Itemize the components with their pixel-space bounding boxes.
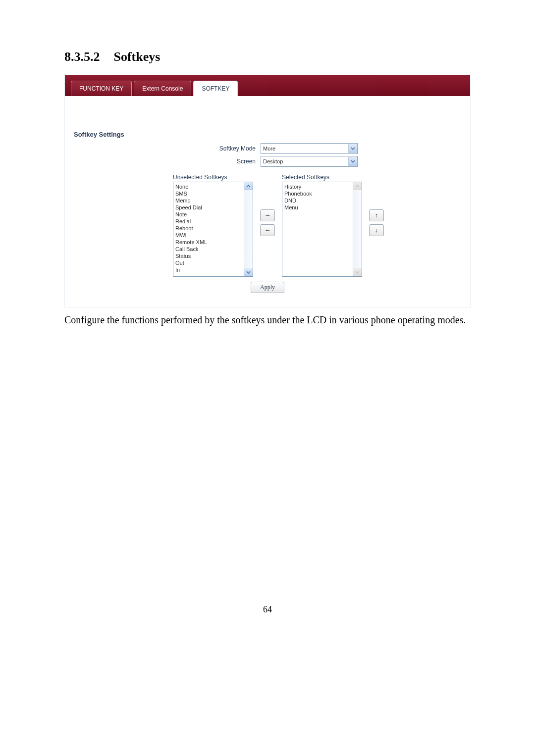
move-up-button[interactable]: ↑ [369,209,384,221]
tab-bar: FUNCTION KEY Extern Console SOFTKEY [65,75,470,96]
scroll-up-icon [353,182,362,190]
chevron-down-icon [348,144,357,153]
softkey-mode-value: More [263,146,275,151]
scroll-down-icon[interactable] [244,268,253,276]
scroll-track [353,190,362,268]
softkey-panel: FUNCTION KEY Extern Console SOFTKEY Soft… [64,75,471,307]
screen-value: Desktop [263,158,283,164]
chevron-down-icon [348,157,357,166]
transfer-buttons: → ← [260,174,275,236]
screen-select[interactable]: Desktop [261,156,358,167]
selected-column: Selected Softkeys History Phonebook DND … [282,174,362,277]
tab-extern-console[interactable]: Extern Console [134,81,191,96]
scrollbar[interactable] [353,182,362,276]
section-heading: 8.3.5.2Softkeys [64,50,471,64]
unselected-listbox[interactable]: None SMS Memo Speed Dial Note Redial Reb… [173,182,253,277]
move-down-button[interactable]: ↓ [369,224,384,236]
selected-listbox[interactable]: History Phonebook DND Menu [282,182,362,277]
section-title: Softkey Settings [65,96,470,138]
scroll-track[interactable] [244,190,253,268]
scroll-up-icon[interactable] [244,182,253,190]
scrollbar[interactable] [244,182,253,276]
unselected-column: Unselected Softkeys None SMS Memo Speed … [173,174,253,277]
selected-title: Selected Softkeys [282,174,362,181]
move-right-button[interactable]: → [260,209,275,221]
heading-number: 8.3.5.2 [64,50,100,64]
tab-softkey[interactable]: SOFTKEY [193,81,238,96]
caption-text: Configure the functions performed by the… [64,312,471,327]
order-buttons: ↑ ↓ [369,174,384,236]
screen-label: Screen [75,158,261,165]
unselected-title: Unselected Softkeys [173,174,253,181]
scroll-down-icon [353,268,362,276]
page-number: 64 [64,605,471,615]
softkey-mode-select[interactable]: More [261,143,358,154]
tab-function-key[interactable]: FUNCTION KEY [71,81,132,96]
softkey-mode-label: Softkey Mode [75,145,261,152]
move-left-button[interactable]: ← [260,224,275,236]
heading-title: Softkeys [114,50,160,64]
apply-button[interactable]: Apply [251,282,284,293]
